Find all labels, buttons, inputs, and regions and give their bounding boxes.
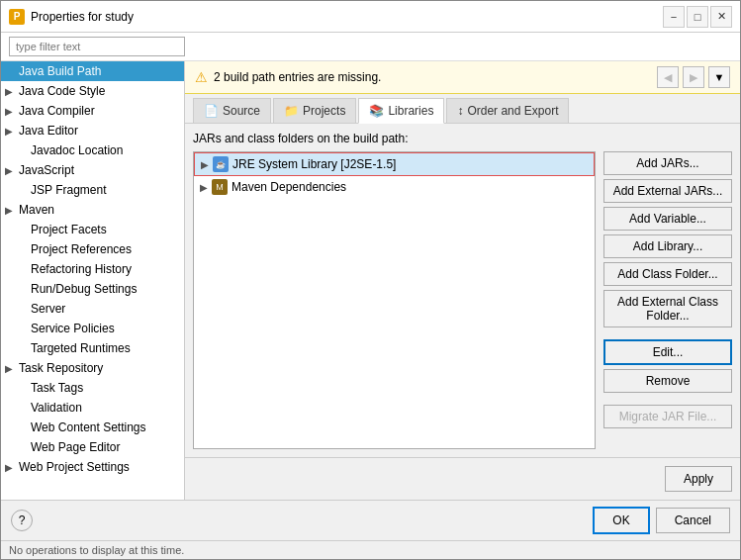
tab-order-export[interactable]: ↕ Order and Export (446, 98, 569, 123)
migrate-jar-button[interactable]: Migrate JAR File... (603, 405, 732, 428)
panel-description: JARs and class folders on the build path… (193, 132, 732, 145)
add-external-jars-button[interactable]: Add External JARs... (603, 179, 732, 203)
build-path-tree[interactable]: ▶ ☕ JRE System Library [J2SE-1.5] ▶ M Ma… (193, 151, 596, 449)
edit-button[interactable]: Edit... (603, 339, 732, 365)
sidebar-item-project-facets[interactable]: Project Facets (1, 220, 184, 239)
arrow-icon: ▶ (5, 462, 15, 473)
minimize-button[interactable]: − (663, 6, 685, 28)
jre-library-icon: ☕ (213, 156, 229, 172)
arrow-icon: ▶ (5, 363, 15, 374)
arrow-icon: ▶ (5, 86, 15, 97)
sidebar-item-label: Web Page Editor (31, 440, 121, 454)
sidebar-item-project-references[interactable]: Project References (1, 239, 184, 259)
filter-input[interactable] (9, 37, 185, 56)
sidebar-item-label: Targeted Runtimes (31, 341, 131, 355)
sidebar-item-maven[interactable]: ▶ Maven (1, 200, 184, 220)
warning-icon: ⚠ (195, 69, 208, 85)
add-class-folder-button[interactable]: Add Class Folder... (603, 262, 732, 286)
add-variable-button[interactable]: Add Variable... (603, 207, 732, 231)
tabs-bar: 📄 Source 📁 Projects 📚 Libraries ↕ Order … (185, 94, 740, 124)
sidebar: Java Build Path ▶ Java Code Style ▶ Java… (1, 61, 185, 500)
sidebar-item-label: Javadoc Location (31, 143, 123, 157)
sidebar-item-server[interactable]: Server (1, 299, 184, 319)
tree-item-maven[interactable]: ▶ M Maven Dependencies (194, 176, 595, 198)
sidebar-item-java-code-style[interactable]: ▶ Java Code Style (1, 81, 184, 101)
sidebar-item-java-editor[interactable]: ▶ Java Editor (1, 121, 184, 140)
status-message: No operations to display at this time. (9, 544, 184, 556)
tab-order-export-label: Order and Export (467, 104, 558, 118)
add-jars-button[interactable]: Add JARs... (603, 151, 732, 175)
main-panel: ⚠ 2 build path entries are missing. ◀ ▶ … (185, 61, 740, 500)
arrow-icon: ▶ (5, 126, 15, 137)
sidebar-item-label: JSP Fragment (31, 183, 106, 197)
sidebar-item-web-project-settings[interactable]: ▶ Web Project Settings (1, 457, 184, 477)
close-button[interactable]: ✕ (710, 6, 732, 28)
tab-libraries[interactable]: 📚 Libraries (358, 98, 444, 124)
order-export-tab-icon: ↕ (457, 104, 463, 118)
sidebar-item-validation[interactable]: Validation (1, 398, 184, 418)
maven-library-icon: M (212, 179, 228, 195)
sidebar-item-jsp-fragment[interactable]: JSP Fragment (1, 180, 184, 200)
sidebar-item-java-build-path[interactable]: Java Build Path (1, 61, 184, 81)
sidebar-item-task-tags[interactable]: Task Tags (1, 378, 184, 398)
title-bar: P Properties for study − □ ✕ (1, 1, 740, 33)
tab-projects[interactable]: 📁 Projects (273, 98, 356, 123)
warning-bar: ⚠ 2 build path entries are missing. ◀ ▶ … (185, 61, 740, 94)
sidebar-item-label: Task Tags (31, 381, 83, 395)
sidebar-item-web-page-editor[interactable]: Web Page Editor (1, 437, 184, 457)
sidebar-item-label: Refactoring History (31, 262, 132, 276)
projects-tab-icon: 📁 (284, 104, 299, 118)
sidebar-item-label: Project References (31, 242, 132, 256)
panel-body: ▶ ☕ JRE System Library [J2SE-1.5] ▶ M Ma… (193, 151, 732, 449)
tree-item-jre[interactable]: ▶ ☕ JRE System Library [J2SE-1.5] (194, 152, 595, 176)
sidebar-item-label: Web Content Settings (31, 420, 146, 434)
title-controls: − □ ✕ (663, 6, 732, 28)
sidebar-item-targeted-runtimes[interactable]: Targeted Runtimes (1, 338, 184, 358)
sidebar-item-label: Validation (31, 401, 82, 415)
arrow-icon: ▶ (5, 165, 15, 176)
sidebar-item-label: Java Editor (19, 124, 78, 138)
sidebar-item-label: Server (31, 302, 65, 316)
window-icon: P (9, 9, 25, 25)
sidebar-item-java-compiler[interactable]: ▶ Java Compiler (1, 101, 184, 121)
panel-content: JARs and class folders on the build path… (185, 124, 740, 457)
sidebar-item-label: Service Policies (31, 322, 115, 335)
maximize-button[interactable]: □ (687, 6, 708, 28)
add-external-class-folder-button[interactable]: Add External Class Folder... (603, 290, 732, 327)
apply-button[interactable]: Apply (665, 466, 732, 492)
arrow-icon: ▶ (5, 205, 15, 216)
libraries-tab-icon: 📚 (369, 104, 384, 118)
ok-button[interactable]: OK (593, 507, 649, 534)
sidebar-item-javadoc-location[interactable]: Javadoc Location (1, 140, 184, 160)
sidebar-item-web-content-settings[interactable]: Web Content Settings (1, 418, 184, 437)
sidebar-item-label: Java Compiler (19, 104, 95, 118)
source-tab-icon: 📄 (204, 104, 219, 118)
add-library-button[interactable]: Add Library... (603, 234, 732, 258)
filter-bar (1, 33, 740, 61)
sidebar-item-label: Run/Debug Settings (31, 282, 137, 296)
sidebar-item-label: Task Repository (19, 361, 103, 375)
tree-item-maven-label: Maven Dependencies (232, 180, 346, 194)
sidebar-item-run-debug-settings[interactable]: Run/Debug Settings (1, 279, 184, 299)
next-warning-button[interactable]: ▶ (683, 66, 704, 88)
expand-arrow-icon: ▶ (200, 182, 208, 193)
sidebar-item-label: Java Code Style (19, 84, 105, 98)
sidebar-item-label: JavaScript (19, 163, 74, 177)
sidebar-item-javascript[interactable]: ▶ JavaScript (1, 160, 184, 180)
title-bar-left: P Properties for study (9, 9, 134, 25)
apply-bar: Apply (185, 457, 740, 500)
prev-warning-button[interactable]: ◀ (657, 66, 679, 88)
help-button[interactable]: ? (11, 510, 33, 531)
warning-navigation: ◀ ▶ ▼ (657, 66, 730, 88)
warning-dropdown-button[interactable]: ▼ (708, 66, 730, 88)
remove-button[interactable]: Remove (603, 369, 732, 393)
tab-source-label: Source (223, 104, 260, 118)
cancel-button[interactable]: Cancel (656, 508, 730, 533)
sidebar-item-label: Java Build Path (19, 64, 101, 78)
sidebar-item-task-repository[interactable]: ▶ Task Repository (1, 358, 184, 378)
tab-source[interactable]: 📄 Source (193, 98, 271, 123)
sidebar-item-service-policies[interactable]: Service Policies (1, 319, 184, 338)
sidebar-item-refactoring-history[interactable]: Refactoring History (1, 259, 184, 279)
content-area: Java Build Path ▶ Java Code Style ▶ Java… (1, 61, 740, 500)
expand-arrow-icon: ▶ (201, 159, 209, 170)
